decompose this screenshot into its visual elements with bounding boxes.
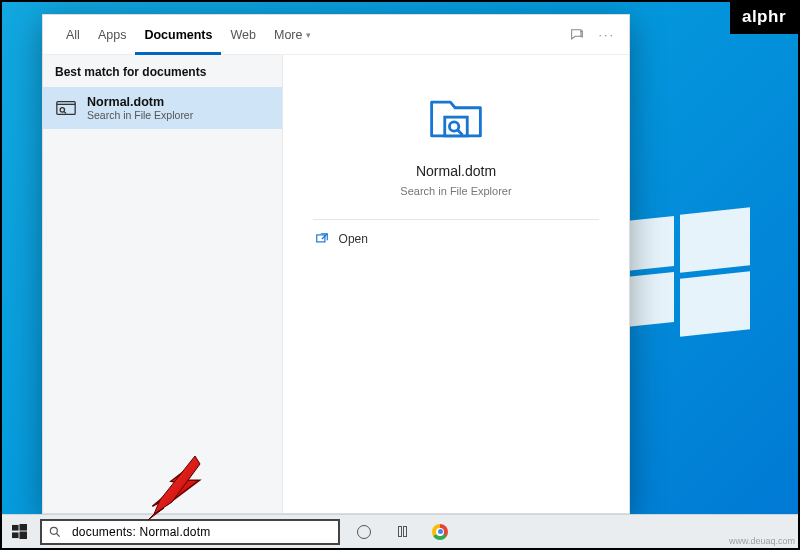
svg-rect-4 <box>316 235 324 242</box>
tab-web[interactable]: Web <box>221 15 264 55</box>
cortana-button[interactable] <box>354 522 374 542</box>
tab-all[interactable]: All <box>57 15 89 55</box>
tab-apps[interactable]: Apps <box>89 15 136 55</box>
svg-rect-5 <box>12 525 19 531</box>
svg-rect-7 <box>12 532 19 538</box>
results-list: Best match for documents Normal.dotm Sea… <box>43 55 283 513</box>
windows-icon <box>12 524 27 539</box>
task-view-button[interactable] <box>392 522 412 542</box>
search-flyout: All Apps Documents Web More ▾ ··· Best m… <box>42 14 630 514</box>
alphr-badge: alphr <box>730 2 798 34</box>
result-title: Normal.dotm <box>87 95 193 109</box>
svg-rect-8 <box>19 532 27 540</box>
tab-documents[interactable]: Documents <box>135 15 221 55</box>
chrome-taskbar-button[interactable] <box>430 522 450 542</box>
svg-point-1 <box>60 108 64 112</box>
open-icon <box>315 232 329 246</box>
feedback-icon[interactable] <box>569 27 585 43</box>
chevron-down-icon: ▾ <box>306 30 311 40</box>
section-label-best-match: Best match for documents <box>43 55 282 87</box>
preview-title: Normal.dotm <box>416 163 496 179</box>
tab-more[interactable]: More ▾ <box>265 15 320 55</box>
svg-point-9 <box>50 527 57 534</box>
svg-rect-0 <box>57 102 75 115</box>
start-button[interactable] <box>2 515 36 549</box>
task-view-icon <box>398 526 407 537</box>
cortana-icon <box>357 525 371 539</box>
chrome-icon <box>432 524 448 540</box>
open-action[interactable]: Open <box>313 220 600 258</box>
tab-more-label: More <box>274 28 302 42</box>
search-input[interactable] <box>68 525 338 539</box>
preview-subtitle: Search in File Explorer <box>400 185 511 197</box>
more-options-icon[interactable]: ··· <box>599 28 615 42</box>
search-tabs: All Apps Documents Web More ▾ ··· <box>43 15 629 55</box>
taskbar-search[interactable] <box>40 519 340 545</box>
taskbar <box>2 514 798 548</box>
search-icon <box>42 525 68 539</box>
file-explorer-search-icon <box>426 89 486 149</box>
file-explorer-search-icon <box>55 97 77 119</box>
result-item[interactable]: Normal.dotm Search in File Explorer <box>43 87 282 129</box>
windows-logo-wallpaper <box>610 205 750 345</box>
open-label: Open <box>339 232 368 246</box>
svg-rect-6 <box>19 524 27 531</box>
result-subtitle: Search in File Explorer <box>87 109 193 121</box>
preview-pane: Normal.dotm Search in File Explorer Open <box>283 55 629 513</box>
source-watermark: www.deuaq.com <box>729 536 795 546</box>
